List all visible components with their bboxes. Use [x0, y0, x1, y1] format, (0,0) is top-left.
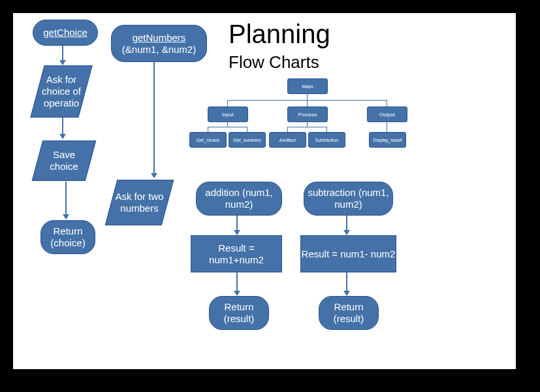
slide-canvas: Planning Flow Charts getChoice Ask for c… [13, 13, 516, 369]
org-l2-2: Addition [269, 132, 306, 148]
addition-start: addition (num1, num2) [196, 182, 282, 216]
subtraction-step1: Result = num1- num2 [300, 235, 396, 272]
getchoice-end: Return (choice) [40, 220, 95, 254]
arrow [62, 118, 63, 134]
arrow [153, 62, 155, 173]
addition-end: Return (result) [209, 296, 269, 330]
getnumbers-step1: Ask for two numbers [105, 180, 174, 225]
getchoice-step1: Ask for choice of operatio [30, 65, 92, 118]
org-l2-3: Subtraction [308, 132, 345, 148]
arrow [346, 272, 347, 291]
arrow-head-icon [343, 230, 350, 235]
org-l2-4: Display_result [369, 132, 406, 148]
org-l2-0: Get_choice [189, 132, 227, 148]
org-root: Main [287, 78, 328, 94]
getchoice-start: getChoice [33, 20, 98, 46]
arrow [236, 272, 238, 291]
getnumbers-label1: getNumbers [133, 32, 186, 44]
getchoice-step2: Save choice [32, 140, 97, 181]
org-l2-1: Get_numbers [229, 132, 266, 148]
arrow [346, 216, 347, 230]
subtraction-start: subtraction (num1, num2) [304, 182, 393, 216]
addition-step1: Result = num1+num2 [191, 235, 282, 272]
getnumbers-label2: (&num1, &num2) [122, 44, 196, 56]
org-l1-1: Process [287, 106, 328, 122]
slide-title: Planning [229, 20, 330, 49]
getnumbers-start: getNumbers (&num1, &num2) [111, 25, 207, 62]
arrow-head-icon [234, 291, 240, 296]
arrow-head-icon [151, 173, 157, 178]
arrow [62, 46, 63, 60]
arrow-head-icon [59, 134, 66, 139]
arrow-head-icon [63, 214, 69, 220]
arrow [65, 182, 67, 214]
slide-subtitle: Flow Charts [229, 52, 319, 73]
arrow [236, 216, 238, 230]
org-l1-2: Output [367, 106, 407, 122]
subtraction-end: Return (result) [319, 296, 379, 330]
arrow-head-icon [234, 230, 240, 235]
arrow-head-icon [59, 60, 66, 65]
org-l1-0: Input [208, 106, 248, 122]
arrow-head-icon [343, 291, 350, 296]
